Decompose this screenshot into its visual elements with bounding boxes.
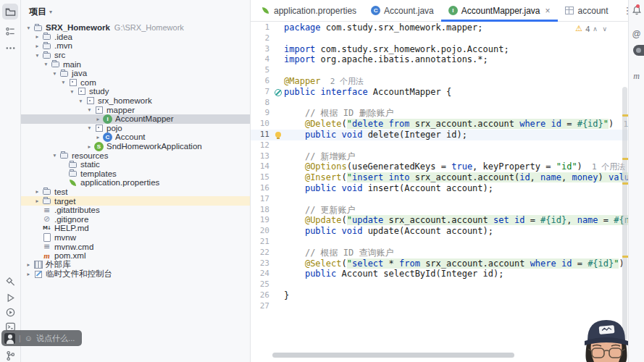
tree-item[interactable]: ▾srx_homework: [20, 96, 250, 106]
more-tools-button[interactable]: [2, 40, 18, 56]
tree-item[interactable]: .gitattributes: [20, 206, 250, 215]
inspection-nav-icons[interactable]: ∧ ∨: [593, 25, 609, 33]
chat-input-overlay[interactable]: | ☺ 说点什么...: [1, 330, 82, 346]
code-line[interactable]: 1package com.study.srx_homework.mapper;: [251, 22, 629, 33]
gutter[interactable]: [273, 279, 284, 290]
tree-item[interactable]: ▸test: [20, 188, 250, 197]
code-line[interactable]: 18 // 更新账户: [251, 205, 629, 216]
tree-item[interactable]: ▾SRX_HomeworkG:\SRX_Homework: [20, 23, 250, 33]
line-number[interactable]: 25: [251, 279, 273, 290]
line-number[interactable]: 11: [251, 130, 273, 140]
gutter[interactable]: [273, 205, 284, 216]
tree-item[interactable]: mvnw: [20, 233, 250, 243]
line-number[interactable]: 24: [251, 269, 273, 279]
code-line[interactable]: 16 public void insert(Account account);: [251, 183, 629, 194]
line-number[interactable]: 18: [251, 205, 273, 216]
gutter[interactable]: [273, 87, 284, 98]
code-line[interactable]: 15 @Insert("insert into srx_account.acco…: [251, 172, 629, 183]
gutter[interactable]: [273, 151, 284, 162]
code-line[interactable]: 22 // 根据 ID 查询账户: [251, 248, 629, 258]
chevron-icon[interactable]: ▾: [33, 52, 41, 59]
chevron-icon[interactable]: ▸: [33, 43, 41, 49]
tree-item[interactable]: ▸.mvn: [20, 41, 250, 51]
code-line[interactable]: 14 @Options(useGeneratedKeys = true, key…: [251, 161, 629, 172]
gutter[interactable]: [273, 33, 284, 44]
gutter[interactable]: [273, 65, 284, 76]
maven-tool-button[interactable]: m: [629, 71, 644, 82]
line-number[interactable]: 23: [251, 258, 273, 269]
code-line[interactable]: 19 @Update("update srx_account.account s…: [251, 215, 629, 226]
chevron-icon[interactable]: ▾: [25, 25, 33, 31]
gutter[interactable]: [273, 269, 284, 279]
chevron-icon[interactable]: ▾: [85, 125, 93, 131]
line-number[interactable]: 8: [251, 98, 273, 109]
code-line[interactable]: 25: [251, 279, 629, 290]
chevron-icon[interactable]: ▸: [33, 188, 41, 195]
line-number[interactable]: 12: [251, 140, 273, 151]
code-line[interactable]: 7public interface AccountMapper {: [251, 87, 629, 98]
gutter[interactable]: [273, 248, 284, 258]
gutter[interactable]: [273, 172, 284, 183]
chevron-icon[interactable]: ▾: [85, 106, 93, 113]
code-line[interactable]: 12: [251, 140, 629, 151]
gutter[interactable]: [273, 22, 284, 33]
tree-item[interactable]: ▸临时文件和控制台: [20, 269, 250, 279]
line-number[interactable]: 15: [251, 172, 273, 183]
intention-bulb-icon[interactable]: [275, 132, 281, 138]
tree-item[interactable]: ▾com: [20, 78, 250, 88]
floating-widget[interactable]: [633, 45, 644, 56]
code-line[interactable]: 4import org.apache.ibatis.annotations.*;: [251, 54, 629, 65]
line-number[interactable]: 4: [251, 54, 273, 65]
ai-assistant-button[interactable]: @: [629, 29, 644, 39]
code-line[interactable]: 9 // 根据 ID 删除账户: [251, 108, 629, 119]
tree-item[interactable]: .gitignore: [20, 214, 250, 224]
gutter[interactable]: [273, 183, 284, 194]
tree-item[interactable]: ▸target: [20, 196, 250, 206]
tree-item[interactable]: ▾study: [20, 87, 250, 96]
horizontal-scrollbar[interactable]: [272, 353, 514, 358]
line-number[interactable]: 9: [251, 108, 273, 119]
gutter[interactable]: [273, 194, 284, 205]
code-line[interactable]: 23 @Select("select * from srx_account.ac…: [251, 258, 629, 269]
gutter[interactable]: [273, 258, 284, 269]
gutter[interactable]: [273, 108, 284, 119]
code-line[interactable]: 26}: [251, 290, 629, 301]
chevron-icon[interactable]: ▸: [94, 116, 102, 122]
chevron-icon[interactable]: ▸: [25, 271, 33, 277]
tree-item[interactable]: ▸.idea: [20, 33, 250, 42]
mapper-gutter-icon[interactable]: [275, 89, 282, 96]
tree-item[interactable]: ▸Account: [20, 132, 250, 142]
line-number[interactable]: 2: [251, 33, 273, 44]
gutter[interactable]: [273, 140, 284, 151]
tree-item[interactable]: HELP.md: [20, 224, 250, 233]
gutter[interactable]: [273, 215, 284, 226]
code-line[interactable]: 3import com.study.srx_homework.pojo.Acco…: [251, 44, 629, 55]
gutter[interactable]: [273, 119, 284, 130]
chevron-icon[interactable]: ▸: [33, 33, 41, 40]
line-number[interactable]: 20: [251, 226, 273, 237]
chevron-icon[interactable]: ▾: [59, 79, 67, 85]
line-number[interactable]: 7: [251, 87, 273, 98]
tree-item[interactable]: ▾resources: [20, 151, 250, 160]
build-tool-button[interactable]: [2, 274, 18, 290]
inspection-widget[interactable]: ⚠ 4 ∧ ∨: [575, 24, 609, 33]
chevron-icon[interactable]: ▸: [25, 261, 33, 268]
code-line[interactable]: 20 public void update(Account account);: [251, 226, 629, 237]
gutter[interactable]: [273, 44, 284, 55]
code-line[interactable]: 13 // 新增账户: [251, 151, 629, 162]
code-line[interactable]: 5: [251, 65, 629, 76]
tree-item[interactable]: ▾src: [20, 51, 250, 60]
line-number[interactable]: 6: [251, 76, 273, 87]
tree-item[interactable]: ▸AccountMapper: [20, 114, 250, 124]
vcs-tool-button[interactable]: [2, 348, 18, 362]
chevron-icon[interactable]: ▸: [94, 134, 102, 140]
code-line[interactable]: 17: [251, 194, 629, 205]
line-number[interactable]: 27: [251, 301, 273, 312]
code-line[interactable]: 24 public Account selectById(Integer id)…: [251, 269, 629, 279]
gutter[interactable]: [273, 161, 284, 172]
line-number[interactable]: 10: [251, 119, 273, 130]
line-number[interactable]: 21: [251, 237, 273, 248]
chevron-icon[interactable]: ▾: [68, 88, 76, 95]
gutter[interactable]: [273, 130, 284, 140]
line-number[interactable]: 13: [251, 151, 273, 162]
